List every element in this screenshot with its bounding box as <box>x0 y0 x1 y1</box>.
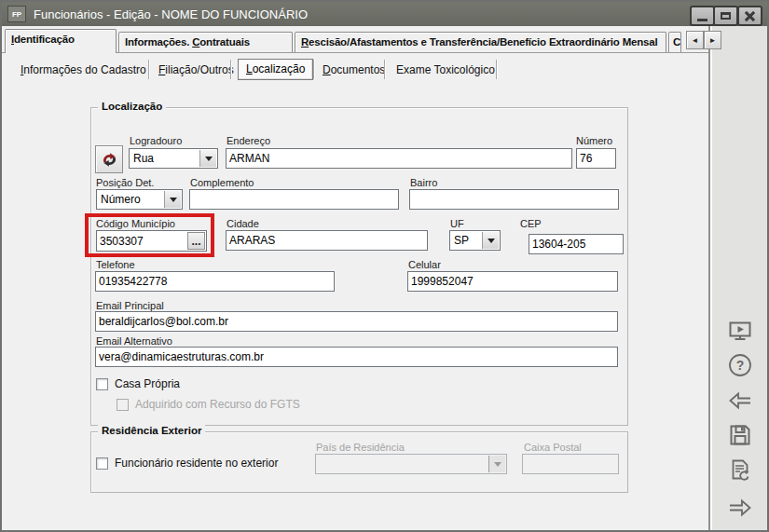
cep-input[interactable] <box>529 234 624 254</box>
tab-clipped[interactable]: C <box>668 32 681 52</box>
residencia-exterior-group-label: Residência Exterior <box>98 425 205 436</box>
logradouro-label: Logradouro <box>130 135 182 146</box>
help-icon: ? <box>727 352 753 378</box>
bairro-input[interactable] <box>409 189 619 210</box>
residente-exterior-checkbox[interactable] <box>96 457 108 470</box>
telefone-label: Telefone <box>96 259 135 270</box>
telefone-input[interactable] <box>95 271 335 292</box>
address-lookup-button[interactable] <box>95 145 123 173</box>
minimize-icon <box>697 19 707 21</box>
pais-residencia-label: País de Residência <box>316 442 405 453</box>
complemento-input[interactable] <box>189 189 399 210</box>
numero-label: Número <box>576 135 612 146</box>
tab-rescisao-afastamentos[interactable]: Rescisão/Afastamentos e Transferência/Be… <box>295 32 666 52</box>
celular-label: Celular <box>408 259 441 270</box>
chevron-down-icon[interactable] <box>482 232 499 249</box>
close-button[interactable] <box>737 6 762 26</box>
sync-arrows-icon <box>101 151 118 169</box>
tab-scroll-left-button[interactable]: ◄ <box>686 31 704 49</box>
chevron-down-icon[interactable] <box>199 150 216 167</box>
forward-arrow-icon <box>727 495 753 521</box>
codigo-municipio-lookup-button[interactable]: ... <box>187 232 205 250</box>
endereco-input[interactable] <box>226 148 572 169</box>
fgts-checkbox <box>117 399 129 411</box>
celular-input[interactable] <box>407 271 618 292</box>
tab-scroll-right-button[interactable]: ► <box>704 31 721 49</box>
maximize-button[interactable] <box>713 6 738 26</box>
posicao-det-label: Posição Det. <box>96 177 154 188</box>
save-button[interactable] <box>726 421 754 449</box>
numero-input[interactable] <box>576 148 616 169</box>
document-refresh-icon <box>727 457 753 484</box>
tab-informacoes-contratuais[interactable]: Informações. Contratuais <box>118 32 293 52</box>
cep-label: CEP <box>520 218 542 229</box>
posicao-det-value: Número <box>101 193 141 206</box>
subtab-separator <box>230 60 231 79</box>
maximize-icon <box>721 12 731 20</box>
video-player-icon <box>727 318 753 344</box>
subtab-localizacao[interactable]: Localização <box>238 59 313 80</box>
back-arrow-icon <box>727 388 753 414</box>
posicao-det-combobox[interactable]: Número <box>96 189 183 210</box>
caixa-postal-label: Caixa Postal <box>524 442 582 453</box>
email-alternativo-input[interactable] <box>95 347 618 367</box>
app-window: FP Funcionários - Edição - NOME DO FUNCI… <box>0 0 769 532</box>
back-button[interactable] <box>726 387 754 415</box>
forward-button[interactable] <box>726 494 754 522</box>
residente-exterior-label: Funcionário residente no exterior <box>115 457 278 470</box>
subtab-informacoes-do-cadastro[interactable]: Informações do Cadastro <box>21 63 146 76</box>
window-title: Funcionários - Edição - NOME DO FUNCIONÁ… <box>34 7 308 21</box>
cidade-label: Cidade <box>227 218 259 229</box>
tab-scroll-right-icon: ► <box>709 36 717 45</box>
chevron-down-icon <box>488 456 505 472</box>
subtab-separator <box>148 60 149 79</box>
chevron-down-icon[interactable] <box>164 191 181 208</box>
subtab-filiacao-outros[interactable]: Filiação/Outros <box>158 63 234 76</box>
tab-identificacao[interactable]: Identificação <box>5 29 117 53</box>
video-player-button[interactable] <box>726 317 754 345</box>
caixa-postal-input <box>522 454 619 474</box>
panel-divider <box>708 26 710 530</box>
email-principal-label: Email Principal <box>96 300 164 311</box>
fgts-label: Adquirido com Recurso do FGTS <box>135 398 300 411</box>
casa-propria-label: Casa Própria <box>115 377 180 390</box>
localizacao-group-label: Localização <box>98 101 166 112</box>
pais-residencia-combobox <box>315 454 507 474</box>
logradouro-value: Rua <box>133 152 154 165</box>
side-toolbar: ? <box>712 26 767 530</box>
cidade-input[interactable] <box>226 230 428 251</box>
uf-combobox[interactable]: SP <box>449 230 501 251</box>
subtab-separator <box>384 60 385 79</box>
svg-text:?: ? <box>736 358 745 373</box>
tab-scroll-left-icon: ◄ <box>692 36 699 45</box>
casa-propria-checkbox[interactable] <box>96 378 108 390</box>
save-icon <box>727 422 753 448</box>
endereco-label: Endereço <box>227 135 270 146</box>
logradouro-combobox[interactable]: Rua <box>129 148 218 169</box>
title-bar: FP Funcionários - Edição - NOME DO FUNCI… <box>2 2 767 26</box>
uf-label: UF <box>450 218 464 229</box>
subtab-exame-toxicologico[interactable]: Exame Toxicológico <box>396 63 495 76</box>
help-button[interactable]: ? <box>726 351 754 379</box>
complemento-label: Complemento <box>190 177 254 188</box>
uf-value: SP <box>454 234 469 247</box>
email-principal-input[interactable] <box>95 311 618 332</box>
email-alternativo-label: Email Alternativo <box>96 335 172 347</box>
minimize-button[interactable] <box>690 6 715 26</box>
codigo-municipio-label: Código Município <box>96 218 175 229</box>
app-icon: FP <box>7 6 26 22</box>
bairro-label: Bairro <box>410 177 437 188</box>
subtab-documentos[interactable]: Documentos <box>323 63 385 76</box>
document-refresh-button[interactable] <box>726 457 754 484</box>
subtab-separator <box>496 60 497 79</box>
